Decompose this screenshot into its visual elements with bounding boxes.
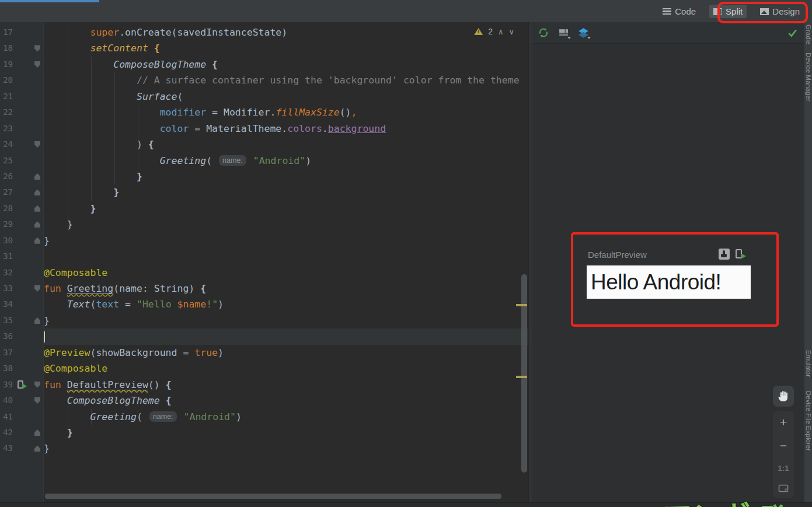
fold-marker-icon[interactable] xyxy=(34,173,40,180)
fold-marker-icon[interactable] xyxy=(34,189,40,195)
warning-icon xyxy=(474,28,483,35)
toolwindow-button-device-manager[interactable]: Device Manager xyxy=(805,53,812,102)
build-status-indicator xyxy=(786,27,798,39)
zoom-out-button[interactable]: − xyxy=(780,440,787,452)
code-line: 23 color = MaterialTheme.colors.backgrou… xyxy=(0,121,528,137)
line-number[interactable]: 34 xyxy=(0,296,15,312)
fold-marker-icon[interactable] xyxy=(34,61,40,68)
previous-warning-button[interactable]: ∧ xyxy=(498,27,504,36)
code-line: 41 Greeting( name: "Android") xyxy=(0,409,528,425)
fold-marker-icon[interactable] xyxy=(34,429,40,436)
fold-marker-icon[interactable] xyxy=(34,317,40,324)
line-number[interactable]: 18 xyxy=(0,40,15,56)
line-number[interactable]: 28 xyxy=(0,201,15,216)
fold-marker-icon[interactable] xyxy=(34,397,40,404)
toolwindow-button-emulator[interactable]: Emulator xyxy=(805,350,812,377)
line-number[interactable]: 36 xyxy=(0,328,15,344)
view-options-button[interactable] xyxy=(557,27,569,39)
line-number[interactable]: 29 xyxy=(0,216,15,232)
annotation-box-split-design xyxy=(717,2,808,23)
code-line: 33fun Greeting(name: String) { xyxy=(0,281,528,296)
dropdown-arrow-icon xyxy=(567,37,571,39)
code-line: 20 // A surface container using the 'bac… xyxy=(0,72,528,88)
line-number[interactable]: 40 xyxy=(0,393,15,408)
code-text: ComposeBlogTheme { xyxy=(44,393,528,408)
annotation-box-preview xyxy=(571,232,779,327)
code-editor[interactable]: 17 super.onCreate(savedInstanceState)18 … xyxy=(0,22,528,502)
gutter-icon-area xyxy=(15,153,44,169)
line-number[interactable]: 42 xyxy=(0,425,15,440)
refresh-preview-button[interactable] xyxy=(538,27,549,39)
line-number[interactable]: 20 xyxy=(0,72,15,88)
line-number[interactable]: 25 xyxy=(0,153,15,169)
fold-marker-icon[interactable] xyxy=(34,141,40,148)
fold-marker-icon[interactable] xyxy=(34,445,40,452)
fold-marker-icon[interactable] xyxy=(34,205,40,212)
toolwindow-button-gradle[interactable]: Gradle xyxy=(805,25,812,45)
line-number[interactable]: 33 xyxy=(0,281,15,296)
horizontal-scrollbar[interactable] xyxy=(45,494,501,499)
line-number[interactable]: 21 xyxy=(0,89,15,104)
gutter-icon-area xyxy=(15,89,44,104)
line-number[interactable]: 19 xyxy=(0,57,15,72)
gutter-icon-area xyxy=(15,104,44,120)
code-line: 28 } xyxy=(0,201,528,216)
gutter-icon-area xyxy=(15,201,44,216)
code-text: } xyxy=(44,425,528,440)
code-line: 40 ComposeBlogTheme { xyxy=(0,393,528,408)
fold-marker-icon[interactable] xyxy=(34,45,40,51)
code-text: Text(text = "Hello $name!") xyxy=(44,296,528,312)
next-warning-button[interactable]: ∨ xyxy=(508,27,514,36)
code-line: 35} xyxy=(0,313,528,328)
code-line: 29 } xyxy=(0,216,528,232)
run-preview-gutter-icon[interactable] xyxy=(18,380,27,390)
fold-marker-icon[interactable] xyxy=(34,221,40,228)
line-number[interactable]: 26 xyxy=(0,169,15,184)
line-number[interactable]: 39 xyxy=(0,377,15,393)
line-number[interactable]: 38 xyxy=(0,361,15,376)
code-line: 21 Surface( xyxy=(0,89,528,104)
code-text xyxy=(44,249,528,264)
gutter-icon-area xyxy=(15,184,44,200)
line-number[interactable]: 24 xyxy=(0,137,15,152)
hand-icon xyxy=(777,390,790,403)
line-number[interactable]: 27 xyxy=(0,184,15,200)
gutter-icon-area xyxy=(15,137,44,152)
line-number[interactable]: 30 xyxy=(0,233,15,249)
editor-lines: 17 super.onCreate(savedInstanceState)18 … xyxy=(0,25,528,457)
line-number[interactable]: 32 xyxy=(0,265,15,281)
code-text: ComposeBlogTheme { xyxy=(44,57,528,72)
fold-marker-icon[interactable] xyxy=(34,237,40,244)
line-number[interactable]: 35 xyxy=(0,313,15,328)
mode-code-button[interactable]: Code xyxy=(658,5,700,18)
code-text: Surface( xyxy=(44,89,528,104)
line-number[interactable]: 43 xyxy=(0,440,15,456)
fold-marker-icon[interactable] xyxy=(34,382,40,388)
code-line: 32@Composable xyxy=(0,265,528,281)
code-text: modifier = Modifier.fillMaxSize(), xyxy=(44,104,528,120)
text-caret xyxy=(44,331,45,342)
gutter-icon-area xyxy=(15,328,44,344)
zoom-in-button[interactable]: + xyxy=(780,417,787,428)
warning-stripe-mark[interactable] xyxy=(516,304,527,306)
line-number[interactable]: 31 xyxy=(0,249,15,264)
line-number[interactable]: 37 xyxy=(0,345,15,361)
code-text: @Preview(showBackground = true) xyxy=(44,345,528,361)
gutter-icon-area xyxy=(15,169,44,184)
line-number[interactable]: 41 xyxy=(0,409,15,425)
toolwindow-button-device-file-explorer[interactable]: Device File Explorer xyxy=(805,391,812,451)
gutter-icon-area xyxy=(15,72,44,88)
gutter-icon-area xyxy=(15,313,44,328)
pan-tool-button[interactable] xyxy=(773,386,794,407)
warning-stripe-mark[interactable] xyxy=(516,376,527,378)
layers-button[interactable] xyxy=(577,27,589,39)
line-number[interactable]: 17 xyxy=(0,25,15,40)
line-number[interactable]: 23 xyxy=(0,121,15,137)
actual-size-button[interactable]: 1:1 xyxy=(778,464,789,473)
code-line: 31 xyxy=(0,249,528,264)
code-text xyxy=(44,328,528,344)
gutter-icon-area xyxy=(15,249,44,264)
zoom-controls: + − 1:1 xyxy=(773,411,794,498)
fold-marker-icon[interactable] xyxy=(34,285,40,292)
line-number[interactable]: 22 xyxy=(0,104,15,120)
